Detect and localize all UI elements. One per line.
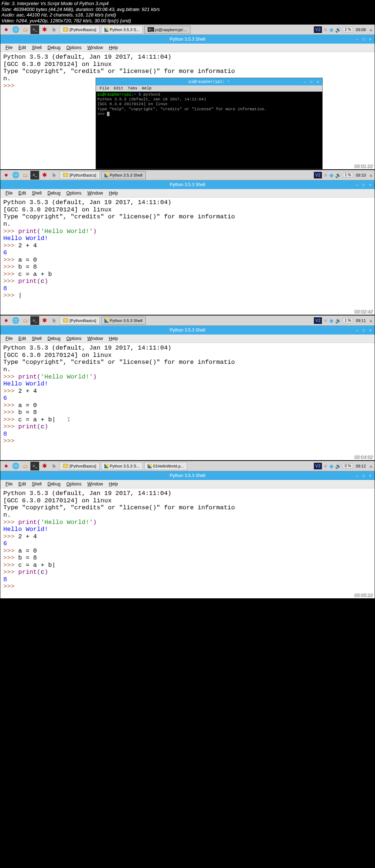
filemanager-icon[interactable]: 🗂 <box>21 171 30 180</box>
menu-shell[interactable]: Shell <box>29 481 45 487</box>
close-button[interactable]: × <box>367 36 373 42</box>
minimize-button[interactable]: – <box>354 473 360 479</box>
term-maximize-button[interactable]: □ <box>308 79 314 85</box>
menu-debug[interactable]: Debug <box>45 190 63 196</box>
menu-window[interactable]: Window <box>85 44 106 51</box>
wifi-icon[interactable]: ◉ <box>329 318 334 324</box>
taskbar-pythonbasics[interactable]: [PythonBasics] <box>60 171 100 179</box>
volume-icon[interactable]: 🔊 <box>335 27 341 33</box>
wifi-icon[interactable]: ◉ <box>329 463 334 469</box>
taskbar-shell[interactable]: Python 3.5.3 S... <box>101 26 143 34</box>
terminal-icon[interactable]: >_ <box>30 171 39 180</box>
raspberry-icon[interactable]: ● <box>2 171 11 180</box>
filemanager-icon[interactable]: 🗂 <box>21 25 30 34</box>
globe-icon[interactable]: 🌐 <box>11 316 20 325</box>
filemanager-icon[interactable]: 🗂 <box>21 462 30 470</box>
maximize-button[interactable]: □ <box>361 327 367 333</box>
menu-debug[interactable]: Debug <box>45 335 63 342</box>
menu-edit[interactable]: Edit <box>15 190 29 196</box>
menu-edit[interactable]: Edit <box>15 335 29 342</box>
taskbar-shell[interactable]: Python 3.5.3 Shell <box>101 171 146 179</box>
menu-window[interactable]: Window <box>85 190 106 196</box>
vnc-icon[interactable]: V2 <box>314 463 322 469</box>
maximize-button[interactable]: □ <box>361 36 367 42</box>
vnc-icon[interactable]: V2 <box>314 317 322 324</box>
vnc-icon[interactable]: V2 <box>314 172 322 178</box>
term-minimize-button[interactable]: – <box>302 79 308 85</box>
term-menu-edit[interactable]: Edit <box>111 86 125 91</box>
maximize-button[interactable]: □ <box>361 473 367 479</box>
term-close-button[interactable]: × <box>315 79 321 85</box>
mouse-icon[interactable]: 🖱 <box>49 25 58 34</box>
maximize-button[interactable]: □ <box>361 182 367 188</box>
taskbar-shell[interactable]: Python 3.5.3 Shell <box>101 317 146 325</box>
shell-content[interactable]: Python 3.5.3 (default, Jan 19 2017, 14:1… <box>0 488 375 598</box>
wifi-icon[interactable]: ◉ <box>329 27 334 33</box>
wifi-icon[interactable]: ◉ <box>329 172 334 178</box>
minimize-button[interactable]: – <box>354 327 360 333</box>
globe-icon[interactable]: 🌐 <box>11 462 20 470</box>
menu-help[interactable]: Help <box>106 335 121 342</box>
terminal-content[interactable]: pi@raspberrypi:~ $ python3 Python 3.5.3 … <box>96 92 322 117</box>
tray-expand-icon[interactable]: ▲ <box>369 173 373 178</box>
menu-help[interactable]: Help <box>106 190 121 196</box>
bluetooth-icon[interactable]: ⚹ <box>323 463 328 469</box>
term-menu-help[interactable]: Help <box>140 86 153 91</box>
tray-expand-icon[interactable]: ▲ <box>369 463 373 469</box>
menu-edit[interactable]: Edit <box>15 44 29 51</box>
close-button[interactable]: × <box>367 327 373 333</box>
close-button[interactable]: × <box>367 182 373 188</box>
terminal-icon[interactable]: >_ <box>30 25 39 34</box>
volume-icon[interactable]: 🔊 <box>335 318 341 324</box>
wrench-icon[interactable]: ✱ <box>40 25 49 34</box>
bluetooth-icon[interactable]: ⚹ <box>323 172 328 178</box>
menu-edit[interactable]: Edit <box>15 481 29 487</box>
wrench-icon[interactable]: ✱ <box>40 171 49 180</box>
menu-debug[interactable]: Debug <box>45 481 63 487</box>
menu-help[interactable]: Help <box>106 44 121 51</box>
term-menu-tabs[interactable]: Tabs <box>126 86 140 91</box>
menu-shell[interactable]: Shell <box>29 44 45 51</box>
tray-expand-icon[interactable]: ▲ <box>369 27 373 32</box>
terminal-icon[interactable]: >_ <box>30 462 39 470</box>
wrench-icon[interactable]: ✱ <box>40 462 49 470</box>
menu-options[interactable]: Options <box>63 481 84 487</box>
taskbar-shell[interactable]: Python 3.5.3 S... <box>101 462 143 470</box>
menu-shell[interactable]: Shell <box>29 190 45 196</box>
menu-file[interactable]: File <box>3 481 15 487</box>
volume-icon[interactable]: 🔊 <box>335 172 341 178</box>
shell-content[interactable]: Python 3.5.3 (default, Jan 19 2017, 14:1… <box>0 343 375 460</box>
wrench-icon[interactable]: ✱ <box>40 316 49 325</box>
taskbar-pythonbasics[interactable]: [PythonBasics] <box>60 462 100 470</box>
shell-content[interactable]: Python 3.5.3 (default, Jan 19 2017, 14:1… <box>0 52 375 169</box>
menu-shell[interactable]: Shell <box>29 335 45 342</box>
minimize-button[interactable]: – <box>354 36 360 42</box>
menu-options[interactable]: Options <box>63 335 84 342</box>
raspberry-icon[interactable]: ● <box>2 316 11 325</box>
menu-file[interactable]: File <box>3 190 15 196</box>
menu-file[interactable]: File <box>3 335 15 342</box>
globe-icon[interactable]: 🌐 <box>11 25 20 34</box>
mouse-icon[interactable]: 🖱 <box>49 316 58 325</box>
menu-help[interactable]: Help <box>106 481 121 487</box>
tray-expand-icon[interactable]: ▲ <box>369 318 373 323</box>
mouse-icon[interactable]: 🖱 <box>49 462 58 470</box>
shell-content[interactable]: Python 3.5.3 (default, Jan 19 2017, 14:1… <box>0 197 375 315</box>
close-button[interactable]: × <box>367 473 373 479</box>
vnc-icon[interactable]: V2 <box>314 26 322 33</box>
taskbar-helloworld[interactable]: 01HelloWorld.p... <box>144 462 187 470</box>
menu-options[interactable]: Options <box>63 44 84 51</box>
raspberry-icon[interactable]: ● <box>2 25 11 34</box>
menu-file[interactable]: File <box>3 44 15 51</box>
taskbar-pythonbasics[interactable]: [PythonBasics] <box>60 317 100 325</box>
menu-window[interactable]: Window <box>85 481 106 487</box>
bluetooth-icon[interactable]: ⚹ <box>323 317 328 324</box>
mouse-icon[interactable]: 🖱 <box>49 171 58 180</box>
globe-icon[interactable]: 🌐 <box>11 171 20 180</box>
taskbar-terminal[interactable]: >_pi@raspberrypi:... <box>144 26 190 34</box>
term-menu-file[interactable]: File <box>97 86 111 91</box>
bluetooth-icon[interactable]: ⚹ <box>323 26 328 33</box>
taskbar-pythonbasics[interactable]: [PythonBasics] <box>60 26 100 34</box>
terminal-icon[interactable]: >_ <box>30 316 39 325</box>
volume-icon[interactable]: 🔊 <box>335 463 341 469</box>
